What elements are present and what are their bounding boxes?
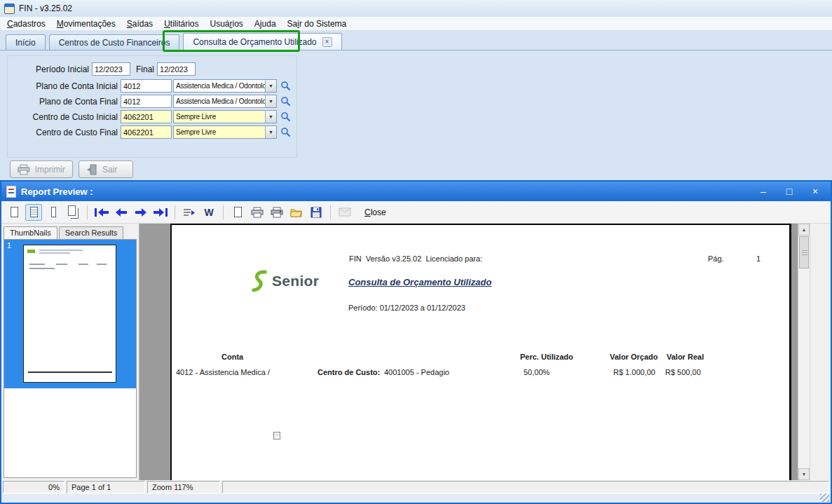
plano-conta-final-code-input[interactable]	[121, 95, 172, 108]
report-page: FIN Versão v3.25.02 Licenciado para: Pág…	[170, 224, 791, 480]
page-lines-icon	[30, 207, 38, 217]
print-dialog-button[interactable]	[181, 204, 198, 221]
chevron-down-icon[interactable]: ▼	[265, 126, 276, 138]
chevron-down-icon[interactable]: ▼	[265, 111, 276, 123]
last-page-button[interactable]	[152, 204, 169, 221]
magnifier-icon	[280, 111, 291, 122]
row-valor-orcado-value: R$ 1.000,00	[613, 368, 655, 376]
close-window-button[interactable]: ×	[805, 184, 826, 199]
menu-saidas[interactable]: Saídas	[121, 18, 158, 30]
menu-cadastros[interactable]: Cadastros	[1, 18, 51, 30]
watermark-button[interactable]: W	[200, 204, 217, 221]
new-report-button[interactable]	[229, 204, 246, 221]
col-header-conta: Conta	[221, 353, 243, 361]
magnifier-icon	[280, 127, 291, 137]
save-report-button[interactable]	[308, 204, 325, 221]
next-page-button[interactable]	[132, 204, 149, 221]
separator	[175, 205, 175, 219]
scrollbar-thumb[interactable]	[799, 236, 809, 268]
sair-button[interactable]: Sair	[79, 161, 133, 178]
row-centro-custo-value: 4001005 - Pedagio	[384, 368, 449, 376]
col-header-valor-real: Valor Real	[667, 353, 704, 361]
menu-text: ovimentações	[64, 19, 116, 29]
thumbnail-line	[39, 252, 70, 254]
centro-custo-inicial-combo[interactable]: Sempre Livre ▼	[173, 110, 277, 123]
page-label: Pág.	[708, 254, 724, 263]
printer-icon	[251, 207, 264, 218]
printer-setup-icon	[271, 207, 283, 218]
status-empty	[222, 481, 829, 493]
menu-movimentacoes[interactable]: Movimentações	[51, 18, 121, 30]
menu-text: Usuá	[210, 19, 229, 29]
multi-page-icon	[68, 205, 76, 216]
thumbnail-line	[56, 264, 67, 265]
plano-conta-inicial-combo[interactable]: Assistencia Medica / Odontologica ▼	[173, 79, 277, 93]
scroll-down-button[interactable]: ▼	[798, 468, 810, 480]
narrow-page-icon	[51, 207, 56, 217]
chevron-down-icon[interactable]: ▼	[265, 95, 276, 107]
scroll-up-button[interactable]: ▲	[798, 224, 810, 236]
senior-wordmark: Senior	[272, 273, 319, 290]
exit-door-icon	[86, 164, 97, 175]
title-bar: FIN - v3.25.02	[0, 0, 832, 17]
menu-sair-do-sistema[interactable]: Sair do Sistema	[282, 18, 353, 30]
plano-conta-final-lookup-button[interactable]	[279, 95, 292, 108]
open-report-button[interactable]	[288, 204, 305, 221]
prev-page-button[interactable]	[113, 204, 130, 221]
thumbnail-line	[39, 250, 83, 251]
centro-custo-final-code-input[interactable]	[121, 125, 172, 139]
tab-centros-de-custo[interactable]: Centros de Custo Financeiros	[49, 34, 180, 50]
plano-conta-inicial-lookup-button[interactable]	[279, 80, 292, 93]
next-page-icon	[134, 207, 148, 217]
centro-custo-final-lookup-button[interactable]	[279, 126, 292, 139]
centro-custo-inicial-code-input[interactable]	[121, 110, 172, 123]
tab-thumbnails[interactable]: ThumbNails	[4, 226, 57, 239]
thumbnail-item-selected[interactable]: 1	[4, 240, 136, 388]
chevron-down-icon[interactable]: ▼	[265, 80, 276, 92]
periodo-inicial-input[interactable]	[92, 62, 130, 76]
multi-page-view-button[interactable]	[64, 204, 81, 221]
tab-close-icon[interactable]: ×	[322, 37, 332, 47]
plano-conta-inicial-code-input[interactable]	[121, 79, 172, 93]
print-setup-button[interactable]	[268, 204, 285, 221]
thumbnail-rule	[28, 372, 112, 373]
imprimir-button[interactable]: Imprimir	[10, 161, 73, 178]
single-page-view-button[interactable]	[6, 204, 22, 221]
thumbnail-page[interactable]	[23, 245, 116, 383]
watermark-icon: W	[204, 207, 213, 218]
menu-accel: U	[164, 19, 170, 29]
narrow-page-view-button[interactable]	[45, 204, 62, 221]
menu-text: ios	[233, 19, 243, 29]
menu-utilitarios[interactable]: Utilitários	[158, 18, 204, 30]
filter-form: Período Inicial Final Plano de Conta Ini…	[7, 55, 297, 158]
maximize-button[interactable]: □	[779, 184, 800, 199]
centro-custo-inicial-lookup-button[interactable]	[279, 111, 292, 123]
menu-usuarios[interactable]: Usuários	[204, 18, 248, 30]
tab-search-results[interactable]: Search Results	[59, 226, 124, 239]
centro-custo-final-combo[interactable]: Sempre Livre ▼	[173, 125, 277, 139]
resize-grip[interactable]	[820, 493, 829, 502]
row-centro-custo-label: Centro de Custo:	[318, 368, 380, 376]
close-preview-button[interactable]: Close	[360, 207, 390, 217]
vertical-scrollbar[interactable]: ▲ ▼	[798, 224, 810, 480]
periodo-final-input[interactable]	[157, 62, 196, 76]
periodo-inicial-label: Período Inicial	[9, 64, 89, 74]
thumbnail-line	[79, 264, 88, 265]
minimize-button[interactable]: –	[753, 184, 774, 199]
sair-label: Sair	[102, 165, 117, 175]
menu-ajuda[interactable]: Ajuda	[249, 18, 282, 30]
menu-text: tilitários	[170, 19, 199, 29]
tab-inicio[interactable]: Início	[6, 34, 46, 50]
tab-consulta-orcamento[interactable]: Consulta de Orçamento Utilizado ×	[183, 33, 341, 50]
export-button[interactable]	[336, 204, 353, 221]
separator	[330, 205, 331, 219]
first-page-button[interactable]	[93, 204, 110, 221]
print-button[interactable]	[249, 204, 266, 221]
page-width-view-button[interactable]	[25, 204, 42, 221]
tab-label: Consulta de Orçamento Utilizado	[193, 37, 316, 47]
first-page-icon	[94, 207, 109, 217]
senior-logo: Senior	[251, 270, 319, 292]
tab-label: Início	[15, 38, 36, 48]
magnifier-icon	[280, 96, 291, 107]
plano-conta-final-combo[interactable]: Assistencia Medica / Odontologica ▼	[173, 95, 277, 108]
